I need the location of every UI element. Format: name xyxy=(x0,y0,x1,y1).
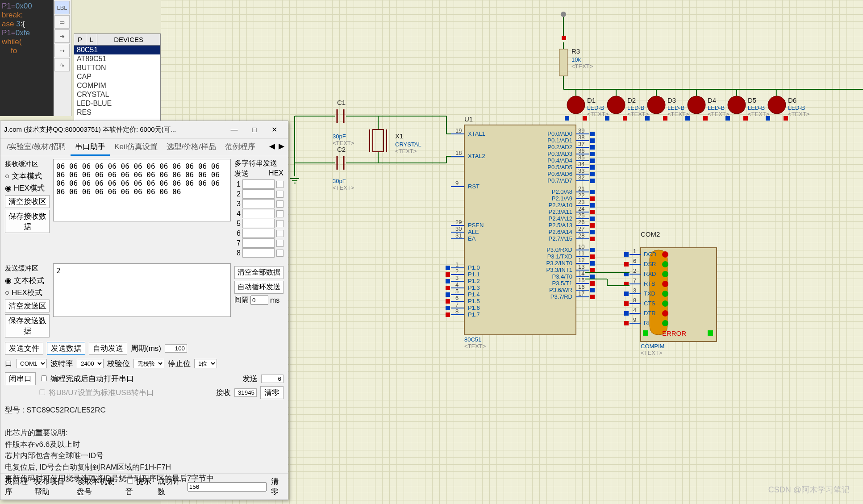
tool-arrow[interactable]: ➔ xyxy=(54,29,70,43)
svg-text:PSEN: PSEN xyxy=(468,222,484,229)
close-button[interactable]: ✕ xyxy=(264,123,284,137)
maximize-button[interactable]: □ xyxy=(244,123,264,137)
clear-success-button[interactable]: 清零 xyxy=(271,476,283,497)
svg-rect-260 xyxy=(624,292,629,296)
cap-c2[interactable]: C2 30pF <TEXT> xyxy=(333,146,354,191)
svg-text:C1: C1 xyxy=(337,99,346,106)
device-item[interactable]: CAP xyxy=(74,72,160,81)
svg-text:P2.2/A10: P2.2/A10 xyxy=(549,202,573,208)
multi-6[interactable] xyxy=(242,229,275,238)
minimize-button[interactable]: — xyxy=(224,123,244,137)
svg-rect-113 xyxy=(590,172,595,176)
clear-all-button[interactable]: 清空全部数据 xyxy=(234,266,283,279)
svg-text:26: 26 xyxy=(578,219,584,225)
multi-5[interactable] xyxy=(242,219,275,228)
device-item[interactable]: CRYSTAL xyxy=(74,90,160,99)
tab-lab[interactable]: /实验室/教材/招聘 xyxy=(2,139,71,156)
hex-2[interactable] xyxy=(276,191,283,198)
multi-4[interactable] xyxy=(242,209,275,218)
svg-point-220 xyxy=(728,96,746,114)
send-file-button[interactable]: 发送文件 xyxy=(5,342,43,355)
col-p[interactable]: P xyxy=(74,34,86,45)
clear-count-button[interactable]: 清零 xyxy=(260,386,283,399)
svg-text:11: 11 xyxy=(578,250,584,257)
auto-send-button[interactable]: 自动发送 xyxy=(89,342,127,355)
multi-2[interactable] xyxy=(242,189,275,199)
tool-bus[interactable]: ⇢ xyxy=(54,44,70,57)
tool-rect[interactable]: ▭ xyxy=(54,15,70,29)
svg-text:P1.7: P1.7 xyxy=(468,311,480,318)
device-item[interactable]: RES xyxy=(74,108,160,117)
tool-wave[interactable]: ∿ xyxy=(54,58,70,71)
crystal-x1[interactable]: X1 CRYSTAL <TEXT> xyxy=(370,129,421,154)
tx-hex-mode[interactable]: ○ HEX模式 xyxy=(5,287,50,298)
hex-4[interactable] xyxy=(276,210,283,217)
multi-3[interactable] xyxy=(242,199,275,208)
clear-tx-button[interactable]: 清空发送区 xyxy=(5,300,50,312)
hex-5[interactable] xyxy=(276,220,283,227)
svg-text:23: 23 xyxy=(578,199,584,205)
tool-lbl[interactable]: LBL xyxy=(54,1,70,14)
port-select[interactable]: COM1 xyxy=(16,359,47,368)
hex-8[interactable] xyxy=(276,250,283,257)
tab-keil[interactable]: Keil仿真设置 xyxy=(110,139,162,156)
hex-7[interactable] xyxy=(276,240,283,247)
auto-loop-button[interactable]: 自动循环发送 xyxy=(234,281,283,294)
tab-serial[interactable]: 串口助手 xyxy=(71,139,110,156)
parity-select[interactable]: 无校验 xyxy=(133,359,164,368)
cap-c1[interactable]: C1 30pF <TEXT> xyxy=(333,99,354,146)
tx-textarea[interactable]: 2 xyxy=(53,263,231,317)
read-disk-button[interactable]: 读取本机硬盘号 xyxy=(77,476,121,497)
resistor-r3[interactable]: R3 10k <TEXT> xyxy=(559,36,593,89)
col-l[interactable]: L xyxy=(86,34,97,45)
usb-check[interactable]: 将U8/U7设置为标准USB转串口 xyxy=(38,387,154,398)
close-port-button[interactable]: 闭串口 xyxy=(5,372,36,385)
svg-text:38: 38 xyxy=(578,134,584,141)
auto-open-check[interactable]: 编程完成后自动打开串口 xyxy=(39,374,134,384)
svg-rect-117 xyxy=(590,179,595,183)
rx-textarea[interactable]: 06 06 06 06 06 06 06 06 06 06 06 06 06 0… xyxy=(53,159,231,221)
svg-rect-157 xyxy=(590,254,595,259)
save-rx-button[interactable]: 保存接收数据 xyxy=(5,210,50,233)
svg-text:DSR: DSR xyxy=(644,261,656,267)
rx-hex-mode[interactable]: ◉ HEX模式 xyxy=(5,183,50,193)
device-item[interactable]: BUTTON xyxy=(74,63,160,72)
baud-select[interactable]: 2400 xyxy=(77,359,104,368)
rx-text-mode[interactable]: ○ 文本模式 xyxy=(5,171,50,181)
tip-sound-check[interactable]: 提示音 xyxy=(125,476,154,497)
hex-6[interactable] xyxy=(276,230,283,237)
hex-1[interactable] xyxy=(276,181,283,188)
stop-select[interactable]: 1位 xyxy=(194,359,217,368)
svg-text:P1.5: P1.5 xyxy=(468,298,480,304)
multi-8[interactable] xyxy=(242,248,275,258)
multi-7[interactable] xyxy=(242,238,275,248)
hex-3[interactable] xyxy=(276,200,283,208)
tab-sample[interactable]: 范例程序 xyxy=(221,139,260,156)
device-item[interactable]: AT89C51 xyxy=(74,54,160,63)
proj-prog-button[interactable]: 页目程序 xyxy=(5,476,30,497)
interval-input[interactable] xyxy=(250,296,268,305)
clear-rx-button[interactable]: 清空接收区 xyxy=(5,195,50,208)
svg-text:33: 33 xyxy=(578,167,584,174)
save-tx-button[interactable]: 保存发送数据 xyxy=(5,314,50,337)
device-item[interactable]: LED-BLUE xyxy=(74,99,160,108)
tab-left-icon[interactable]: ◀ xyxy=(267,139,277,156)
publish-help-button[interactable]: 发布项目帮助 xyxy=(34,476,72,497)
multi-1[interactable] xyxy=(242,179,275,189)
compim-com2[interactable]: COM2 1DCD6DSR2RXD7RTS3TXD8CTS4DTR9RI ERR… xyxy=(624,230,717,356)
svg-text:COM2: COM2 xyxy=(641,230,660,238)
device-item[interactable]: COMPIM xyxy=(74,81,160,90)
svg-rect-276 xyxy=(643,330,648,336)
tab-right-icon[interactable]: ▶ xyxy=(277,139,286,156)
svg-rect-121 xyxy=(590,190,595,194)
svg-rect-182 xyxy=(559,49,567,76)
svg-point-274 xyxy=(662,320,668,326)
period-input[interactable] xyxy=(165,344,187,353)
svg-text:3: 3 xyxy=(455,275,459,281)
send-data-button[interactable]: 发送数据 xyxy=(47,342,85,355)
tab-price[interactable]: 选型/价格/样品 xyxy=(162,139,221,156)
svg-text:TXD: TXD xyxy=(644,290,655,297)
tx-text-mode[interactable]: ◉ 文本模式 xyxy=(5,275,50,286)
svg-text:15: 15 xyxy=(578,277,584,283)
device-item[interactable]: 80C51 xyxy=(74,46,160,54)
